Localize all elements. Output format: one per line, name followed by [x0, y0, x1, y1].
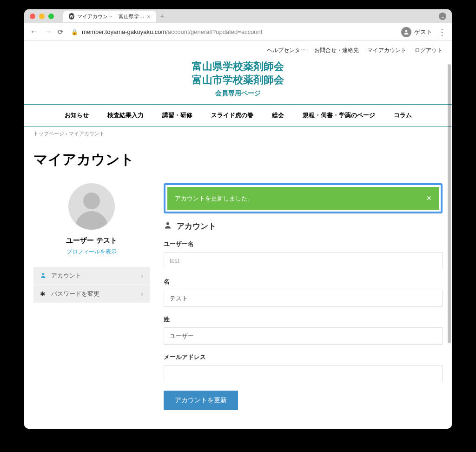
sidebar-item-label: アカウント	[51, 272, 141, 280]
svg-point-0	[405, 30, 408, 32]
section-title: アカウント	[164, 221, 443, 232]
main-nav: お知らせ 検査結果入力 講習・研修 スライド虎の巻 総会 規程・伺書・学薬のペー…	[24, 104, 452, 126]
username-label: ユーザー名	[164, 240, 443, 248]
form-area: アカウントを更新しました。 × アカウント ユーザー名	[164, 183, 443, 410]
alert-message: アカウントを更新しました。	[175, 194, 253, 203]
nav-results[interactable]: 検査結果入力	[107, 111, 144, 120]
page-content: ヘルプセンター お問合せ・連絡先 マイアカウント ログアウト 富山県学校薬剤師会…	[24, 41, 452, 429]
nav-training[interactable]: 講習・研修	[162, 111, 192, 120]
tab-title: マイアカウント – 富山県学校薬剤	[77, 13, 144, 20]
browser-tab[interactable]: W マイアカウント – 富山県学校薬剤 ×	[63, 11, 156, 22]
alert-highlight: アカウントを更新しました。 ×	[164, 183, 443, 213]
top-nav: ヘルプセンター お問合せ・連絡先 マイアカウント ログアウト	[24, 41, 452, 58]
reload-button[interactable]: ⟳	[58, 28, 64, 36]
url-text: member.toyama-gakuyaku.com/account/gener…	[82, 28, 262, 35]
breadcrumb-current: マイアカウント	[69, 131, 105, 136]
tab-bar: W マイアカウント – 富山県学校薬剤 × +	[63, 11, 164, 22]
firstname-input[interactable]	[164, 290, 443, 307]
back-button[interactable]: ←	[30, 27, 38, 37]
titlebar: W マイアカウント – 富山県学校薬剤 × + ⌄	[24, 9, 452, 23]
site-header: 富山県学校薬剤師会富山市学校薬剤師会 会員専用ページ	[24, 58, 452, 104]
browser-toolbar: ← → ⟳ 🔒 member.toyama-gakuyaku.com/accou…	[24, 23, 452, 41]
minimize-window-icon[interactable]	[39, 13, 45, 19]
topnav-contact[interactable]: お問合せ・連絡先	[314, 47, 359, 54]
breadcrumb: トップページ › マイアカウント	[24, 126, 452, 141]
scrollbar[interactable]	[448, 64, 451, 343]
alert-close-icon[interactable]: ×	[426, 193, 431, 203]
chevron-right-icon: ›	[141, 290, 143, 298]
submit-button[interactable]: アカウントを更新	[164, 391, 238, 410]
user-icon	[164, 221, 172, 232]
success-alert: アカウントを更新しました。 ×	[167, 187, 439, 210]
email-input[interactable]	[164, 365, 443, 382]
traffic-lights	[30, 13, 54, 19]
sidebar-item-account[interactable]: アカウント ›	[33, 267, 150, 285]
svg-point-2	[166, 222, 169, 225]
avatar-icon	[68, 183, 115, 230]
kebab-menu-icon[interactable]: ⋮	[438, 27, 446, 37]
breadcrumb-home[interactable]: トップページ	[33, 131, 64, 136]
browser-window: W マイアカウント – 富山県学校薬剤 × + ⌄ ← → ⟳ 🔒 member…	[24, 9, 452, 429]
site-title: 富山県学校薬剤師会富山市学校薬剤師会	[24, 60, 452, 86]
asterisk-icon: ✱	[40, 290, 51, 298]
profile-sidebar: ユーザー テスト プロフィールを表示 アカウント › ✱ パスワードを変更 ›	[33, 183, 150, 410]
profile-chip[interactable]: ゲスト	[401, 27, 432, 37]
chevron-down-icon[interactable]: ⌄	[439, 13, 446, 20]
svg-point-1	[42, 273, 45, 275]
site-subtitle: 会員専用ページ	[24, 89, 452, 98]
profile-label: ゲスト	[414, 28, 432, 36]
sidebar-item-label: パスワードを変更	[51, 290, 141, 298]
maximize-window-icon[interactable]	[48, 13, 54, 19]
lastname-label: 姓	[164, 315, 443, 324]
topnav-help[interactable]: ヘルプセンター	[267, 47, 306, 54]
firstname-label: 名	[164, 278, 443, 286]
lastname-input[interactable]	[164, 327, 443, 345]
user-icon	[40, 272, 51, 280]
close-window-icon[interactable]	[30, 13, 35, 19]
username-input[interactable]	[164, 252, 443, 269]
view-profile-link[interactable]: プロフィールを表示	[33, 248, 150, 256]
chevron-right-icon: ›	[141, 272, 143, 279]
topnav-account[interactable]: マイアカウント	[367, 47, 406, 54]
wordpress-favicon-icon: W	[69, 13, 74, 20]
nav-column[interactable]: コラム	[394, 111, 412, 120]
page-title: マイアカウント	[33, 150, 443, 169]
tab-close-icon[interactable]: ×	[147, 13, 151, 20]
username-display: ユーザー テスト	[33, 236, 150, 245]
nav-slides[interactable]: スライド虎の巻	[211, 111, 253, 120]
nav-news[interactable]: お知らせ	[65, 111, 89, 120]
nav-meeting[interactable]: 総会	[272, 111, 284, 120]
topnav-logout[interactable]: ログアウト	[415, 47, 443, 54]
person-icon	[401, 27, 411, 37]
nav-docs[interactable]: 規程・伺書・学薬のページ	[303, 111, 375, 120]
sidebar-item-password[interactable]: ✱ パスワードを変更 ›	[33, 285, 150, 303]
url-bar[interactable]: 🔒 member.toyama-gakuyaku.com/account/gen…	[69, 28, 396, 35]
lock-icon: 🔒	[71, 29, 78, 35]
new-tab-button[interactable]: +	[160, 12, 164, 20]
email-label: メールアドレス	[164, 353, 443, 361]
forward-button[interactable]: →	[44, 27, 52, 37]
